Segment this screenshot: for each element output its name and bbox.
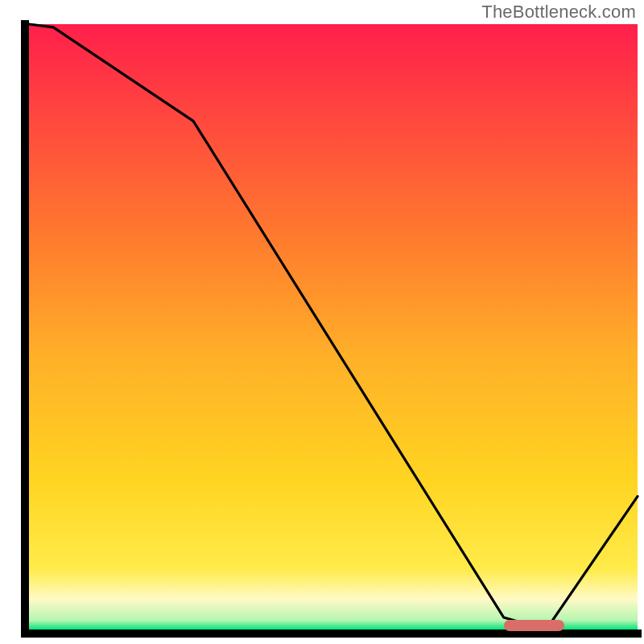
plot-background <box>29 24 638 630</box>
chart-stage: TheBottleneck.com <box>0 0 644 644</box>
bottleneck-chart <box>0 0 644 644</box>
minimum-marker <box>504 620 565 631</box>
